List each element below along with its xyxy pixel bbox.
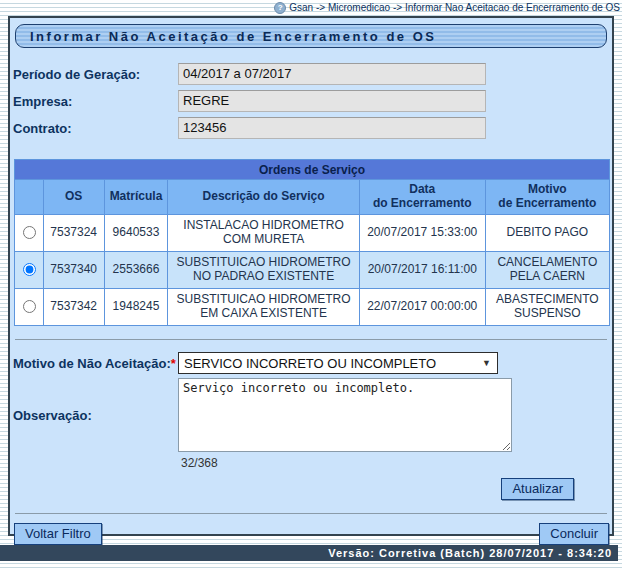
- contrato-field[interactable]: [178, 117, 486, 139]
- page-title: Informar Não Aceitação de Encerramento d…: [15, 24, 607, 48]
- version-footer: Versão: Corretiva (Batch) 28/07/2017 - 8…: [0, 545, 618, 561]
- table-row: 7537340 2553666 SUBSTITUICAO HIDROMETRO …: [15, 252, 610, 289]
- os-radio[interactable]: [23, 263, 36, 276]
- empresa-row: Empresa:: [10, 90, 612, 112]
- cell-os: 7537324: [43, 215, 104, 252]
- cell-data: 20/07/2017 15:33:00: [359, 215, 485, 252]
- motivo-label: Motivo de Não Aceitação:*: [13, 356, 178, 371]
- concluir-button[interactable]: Concluir: [539, 523, 609, 545]
- periodo-row: Período de Geração:: [10, 63, 612, 85]
- empresa-field[interactable]: [178, 90, 486, 112]
- atualizar-button[interactable]: Atualizar: [501, 478, 574, 500]
- column-header-os: OS: [43, 180, 104, 215]
- char-counter: 32/368: [181, 456, 612, 470]
- breadcrumb-text: Gsan -> Micromedicao -> Informar Nao Ace…: [289, 2, 620, 13]
- required-marker: *: [171, 356, 176, 371]
- cell-motivo: CANCELAMENTO PELA CAERN: [485, 252, 609, 289]
- table-row: 7537324 9640533 INSTALACAO HIDROMETRO CO…: [15, 215, 610, 252]
- motivo-select[interactable]: SERVICO INCORRETO OU INCOMPLETO ▼: [178, 352, 498, 374]
- column-header-data: Data do Encerramento: [359, 180, 485, 215]
- cell-os: 7537340: [43, 252, 104, 289]
- observacao-label: Observação:: [13, 408, 178, 423]
- column-header-matricula: Matrícula: [104, 180, 168, 215]
- cell-matricula: 2553666: [104, 252, 168, 289]
- voltar-filtro-button[interactable]: Voltar Filtro: [14, 523, 102, 545]
- cell-motivo: ABASTECIMENTO SUSPENSO: [485, 289, 609, 326]
- observacao-textarea[interactable]: Serviço incorreto ou incompleto.: [178, 378, 512, 452]
- version-text: Versão: Corretiva (Batch) 28/07/2017 - 8…: [328, 547, 612, 559]
- observacao-row: Observação: Serviço incorreto ou incompl…: [10, 378, 612, 452]
- os-radio[interactable]: [23, 226, 36, 239]
- empresa-label: Empresa:: [13, 94, 178, 109]
- os-radio[interactable]: [23, 300, 36, 313]
- motivo-select-value: SERVICO INCORRETO OU INCOMPLETO: [184, 356, 436, 371]
- cell-descricao: INSTALACAO HIDROMETRO COM MURETA: [168, 215, 359, 252]
- main-panel: Informar Não Aceitação de Encerramento d…: [8, 16, 614, 536]
- cell-data: 20/07/2017 16:11:00: [359, 252, 485, 289]
- cell-data: 22/07/2017 00:00:00: [359, 289, 485, 326]
- column-header-select: [15, 180, 44, 215]
- cell-matricula: 9640533: [104, 215, 168, 252]
- cell-motivo: DEBITO PAGO: [485, 215, 609, 252]
- table-row: 7537342 1948245 SUBSTITUICAO HIDROMETRO …: [15, 289, 610, 326]
- column-header-motivo: Motivo de Encerramento: [485, 180, 609, 215]
- divider: [15, 513, 607, 514]
- cell-descricao: SUBSTITUICAO HIDROMETRO EM CAIXA EXISTEN…: [168, 289, 359, 326]
- column-header-descricao: Descrição do Serviço: [168, 180, 359, 215]
- contrato-row: Contrato:: [10, 117, 612, 139]
- cell-os: 7537342: [43, 289, 104, 326]
- chevron-down-icon: ▼: [482, 358, 491, 368]
- divider: [15, 339, 607, 340]
- breadcrumb: ? Gsan -> Micromedicao -> Informar Nao A…: [0, 0, 620, 15]
- periodo-label: Período de Geração:: [13, 67, 178, 82]
- periodo-field[interactable]: [178, 63, 486, 85]
- motivo-row: Motivo de Não Aceitação:* SERVICO INCORR…: [10, 352, 612, 374]
- help-icon[interactable]: ?: [274, 2, 286, 14]
- cell-descricao: SUBSTITUICAO HIDROMETRO NO PADRAO EXISTE…: [168, 252, 359, 289]
- orders-table-title: Ordens de Serviço: [15, 160, 610, 180]
- filter-summary: Período de Geração: Empresa: Contrato:: [10, 63, 612, 139]
- orders-table: Ordens de Serviço OS Matrícula Descrição…: [14, 159, 610, 326]
- cell-matricula: 1948245: [104, 289, 168, 326]
- contrato-label: Contrato:: [13, 121, 178, 136]
